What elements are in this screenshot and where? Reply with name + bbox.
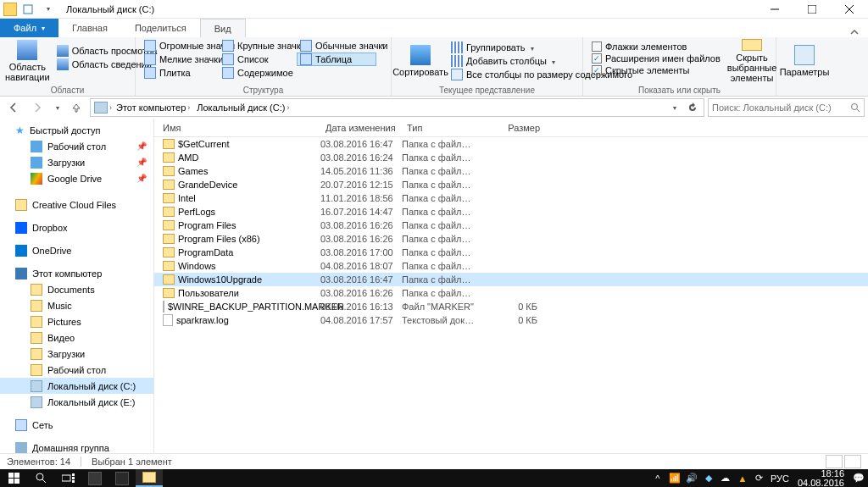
table-row[interactable]: $WINRE_BACKUP_PARTITION.MARKER03.08.2016… bbox=[154, 300, 868, 313]
address-row: › Этот компьютер› Локальный диск (C:)› П… bbox=[0, 97, 868, 119]
sidebar-item-pictures[interactable]: Pictures bbox=[0, 313, 153, 329]
file-name: GrandeDevice bbox=[178, 180, 237, 190]
tray-sync-icon[interactable]: ⟳ bbox=[754, 473, 765, 484]
table-row[interactable]: GrandeDevice20.07.2016 12:15Папка с файл… bbox=[154, 178, 868, 191]
close-button[interactable] bbox=[831, 0, 868, 19]
file-date: 04.08.2016 18:07 bbox=[320, 261, 402, 271]
forward-button[interactable] bbox=[27, 97, 47, 118]
tray-volume-icon[interactable]: 🔊 bbox=[686, 473, 698, 484]
checkbox-extensions[interactable]: ✓Расширения имен файлов bbox=[588, 53, 724, 64]
file-type: Текстовый докум... bbox=[402, 315, 475, 325]
view-icons-button[interactable] bbox=[844, 455, 861, 468]
layout-more[interactable] bbox=[380, 39, 385, 49]
checkbox-hidden[interactable]: ✓Скрытые элементы bbox=[588, 64, 724, 76]
col-date[interactable]: Дата изменения bbox=[320, 123, 402, 133]
ribbon-collapse-button[interactable] bbox=[841, 27, 868, 37]
table-row[interactable]: Games14.05.2016 11:36Папка с файлами bbox=[154, 164, 868, 178]
start-button[interactable] bbox=[0, 469, 27, 487]
table-row[interactable]: AMD03.08.2016 16:24Папка с файлами bbox=[154, 151, 868, 164]
sidebar-item-dropbox[interactable]: Dropbox bbox=[0, 219, 153, 235]
sort-button[interactable]: Сортировать bbox=[397, 39, 444, 83]
folder-icon bbox=[31, 332, 42, 344]
table-row[interactable]: $GetCurrent03.08.2016 16:47Папка с файла… bbox=[154, 137, 868, 151]
layout-tiles[interactable]: Плитка bbox=[141, 66, 215, 80]
layout-huge[interactable]: Огромные значки bbox=[141, 39, 215, 53]
sidebar-item-onedrive[interactable]: OneDrive bbox=[0, 242, 153, 258]
table-row[interactable]: Intel11.01.2016 18:56Папка с файлами bbox=[154, 191, 868, 205]
sidebar-item-video[interactable]: Видео bbox=[0, 329, 153, 346]
sidebar-item-drivee[interactable]: Локальный диск (E:) bbox=[0, 394, 153, 410]
sidebar-item-music[interactable]: Music bbox=[0, 297, 153, 313]
sidebar-item-thispc[interactable]: Этот компьютер bbox=[0, 265, 153, 281]
options-button[interactable]: Параметры bbox=[782, 39, 827, 83]
checkbox-itemcheckboxes[interactable]: Флажки элементов bbox=[588, 41, 724, 53]
table-row[interactable]: sparkraw.log04.08.2016 17:57Текстовый до… bbox=[154, 313, 868, 327]
layout-list[interactable]: Список bbox=[219, 53, 293, 66]
hide-selected-button[interactable]: Скрыть выбранные элементы bbox=[727, 39, 776, 83]
taskview-button[interactable] bbox=[54, 469, 81, 487]
tray-language[interactable]: РУС bbox=[771, 473, 789, 484]
sidebar-item-documents[interactable]: Documents bbox=[0, 281, 153, 297]
table-row[interactable]: ProgramData03.08.2016 17:00Папка с файла… bbox=[154, 246, 868, 259]
col-size[interactable]: Размер bbox=[475, 123, 546, 133]
sidebar-item-network[interactable]: Сеть bbox=[0, 417, 153, 433]
icons-icon bbox=[144, 53, 156, 65]
tab-home[interactable]: Главная bbox=[58, 19, 121, 37]
table-row[interactable]: Program Files03.08.2016 16:26Папка с фай… bbox=[154, 219, 868, 232]
crumb-drive[interactable]: Локальный диск (C:)› bbox=[194, 102, 292, 113]
tab-share[interactable]: Поделиться bbox=[121, 19, 200, 37]
navigation-pane-button[interactable]: Область навигации bbox=[5, 39, 50, 83]
tray-notifications[interactable]: 💬 bbox=[853, 473, 865, 484]
layout-medium[interactable]: Обычные значки bbox=[297, 39, 376, 53]
svg-line-6 bbox=[857, 109, 860, 112]
back-button[interactable] bbox=[3, 97, 24, 118]
layout-large[interactable]: Крупные значки bbox=[219, 39, 293, 53]
sidebar-item-desktop2[interactable]: Рабочий стол bbox=[0, 362, 153, 378]
tray-cloud-icon[interactable]: ☁ bbox=[720, 473, 732, 484]
address-dropdown[interactable] bbox=[665, 99, 683, 116]
sidebar-item-gdrive[interactable]: Google Drive📌 bbox=[0, 170, 153, 186]
table-row[interactable]: Windows04.08.2016 18:07Папка с файлами bbox=[154, 259, 868, 273]
sidebar-item-desktop[interactable]: Рабочий стол📌 bbox=[0, 138, 153, 154]
view-details-button[interactable] bbox=[826, 455, 843, 468]
qat-dropdown[interactable] bbox=[39, 2, 56, 17]
layout-small[interactable]: Мелкие значки bbox=[141, 53, 215, 66]
tray-chevron[interactable]: ^ bbox=[652, 473, 664, 484]
tray-app-icon[interactable]: ◆ bbox=[703, 473, 715, 484]
folder-icon bbox=[163, 166, 175, 176]
layout-content[interactable]: Содержимое bbox=[219, 66, 293, 80]
table-row[interactable]: Windows10Upgrade03.08.2016 16:47Папка с … bbox=[154, 273, 868, 286]
qat-properties[interactable] bbox=[19, 2, 36, 17]
sidebar-item-downloads[interactable]: Загрузки📌 bbox=[0, 154, 153, 170]
tray-gdrive-icon[interactable]: ▲ bbox=[737, 473, 748, 484]
maximize-button[interactable] bbox=[793, 0, 831, 19]
tray-clock[interactable]: 18:16 04.08.2016 bbox=[794, 469, 848, 488]
minimize-button[interactable] bbox=[756, 0, 793, 19]
table-row[interactable]: Пользователи03.08.2016 16:26Папка с файл… bbox=[154, 286, 868, 300]
taskbar-explorer[interactable] bbox=[136, 469, 163, 487]
col-type[interactable]: Тип bbox=[402, 123, 475, 133]
sidebar-item-drivec[interactable]: Локальный диск (C:) bbox=[0, 378, 153, 394]
checkbox-icon: ✓ bbox=[592, 53, 602, 64]
file-date: 03.08.2016 16:47 bbox=[320, 274, 402, 285]
tab-view[interactable]: Вид bbox=[200, 19, 246, 37]
table-row[interactable]: PerfLogs16.07.2016 14:47Папка с файлами bbox=[154, 205, 868, 219]
layout-table[interactable]: Таблица bbox=[297, 53, 376, 66]
history-dropdown[interactable] bbox=[51, 97, 63, 118]
sidebar-item-homegroup[interactable]: Домашняя группа bbox=[0, 440, 153, 453]
up-button[interactable] bbox=[66, 97, 86, 118]
sidebar-item-ccf[interactable]: Creative Cloud Files bbox=[0, 196, 153, 213]
tab-file[interactable]: Файл▾ bbox=[0, 19, 58, 37]
search-input[interactable]: Поиск: Локальный диск (C:) bbox=[708, 98, 865, 117]
crumb-thispc[interactable]: Этот компьютер› bbox=[114, 102, 192, 113]
sidebar-item-downloads2[interactable]: Загрузки bbox=[0, 346, 153, 362]
table-row[interactable]: Program Files (x86)03.08.2016 16:26Папка… bbox=[154, 232, 868, 246]
taskbar-app-1[interactable] bbox=[81, 469, 108, 487]
taskbar-app-2[interactable] bbox=[108, 469, 136, 487]
address-bar[interactable]: › Этот компьютер› Локальный диск (C:)› bbox=[90, 98, 704, 117]
tray-network-icon[interactable]: 📶 bbox=[669, 473, 681, 484]
search-button[interactable] bbox=[27, 469, 54, 487]
sidebar-item-quickaccess[interactable]: ★Быстрый доступ bbox=[0, 122, 153, 138]
refresh-button[interactable] bbox=[683, 99, 702, 116]
col-name[interactable]: Имя bbox=[154, 123, 320, 133]
